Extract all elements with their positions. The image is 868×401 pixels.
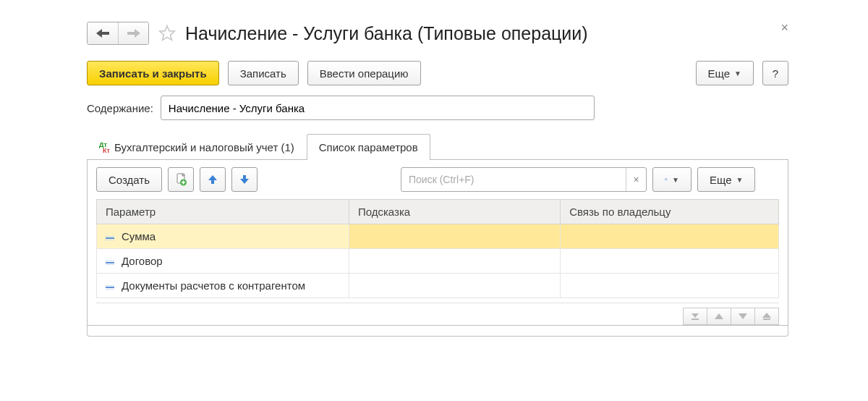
svg-rect-9 (106, 264, 114, 265)
tab-params[interactable]: Список параметров (307, 134, 430, 160)
help-button[interactable]: ? (762, 61, 788, 85)
col-param[interactable]: Параметр (97, 200, 349, 224)
params-table: Параметр Подсказка Связь по владельцу Су… (96, 199, 779, 298)
svg-point-2 (665, 178, 667, 180)
chevron-down-icon: ▼ (672, 176, 679, 184)
tab-accounting-label: Бухгалтерский и налоговый учет (1) (114, 141, 294, 153)
favorite-star-icon[interactable] (156, 22, 178, 44)
search-button[interactable]: ▼ (652, 167, 692, 192)
row-marker-icon (106, 261, 114, 263)
svg-rect-4 (106, 237, 114, 239)
row-marker-icon (106, 285, 114, 288)
row-marker-icon (106, 236, 114, 239)
cell-hint[interactable] (349, 249, 560, 274)
content-input[interactable] (161, 96, 595, 120)
svg-rect-10 (106, 287, 114, 288)
svg-rect-7 (106, 262, 114, 263)
cell-owner-link[interactable] (561, 249, 779, 274)
magnifier-icon (665, 174, 668, 185)
chevron-down-icon: ▼ (736, 176, 744, 184)
chevron-down-icon: ▼ (734, 69, 741, 77)
save-and-close-button[interactable]: Записать и закрыть (87, 61, 219, 85)
col-hint[interactable]: Подсказка (349, 200, 560, 224)
col-owner-link[interactable]: Связь по владельцу (561, 200, 779, 224)
cell-param[interactable]: Сумма (97, 224, 349, 249)
table-row[interactable]: Сумма (97, 224, 779, 249)
nav-last-icon[interactable] (754, 308, 779, 325)
add-copy-button[interactable] (168, 167, 194, 192)
close-icon[interactable]: × (780, 20, 788, 35)
svg-rect-12 (106, 289, 114, 290)
more-button[interactable]: Еще ▼ (696, 61, 754, 85)
create-button[interactable]: Создать (96, 167, 162, 192)
tab-accounting[interactable]: ДтКт Бухгалтерский и налоговый учет (1) (87, 134, 307, 160)
more-button-label: Еще (708, 67, 731, 80)
search-box: × (401, 167, 647, 192)
svg-rect-6 (106, 240, 114, 240)
move-up-button[interactable] (200, 167, 226, 192)
svg-rect-11 (106, 285, 114, 286)
search-clear-icon[interactable]: × (626, 168, 646, 191)
page-title: Начисление - Услуги банка (Типовые опера… (185, 23, 588, 44)
svg-line-3 (667, 180, 668, 181)
nav-down-icon[interactable] (731, 308, 755, 325)
nav-history (87, 22, 149, 45)
cell-owner-link[interactable] (561, 274, 779, 298)
enter-operation-button[interactable]: Ввести операцию (307, 61, 421, 85)
nav-up-icon[interactable] (707, 308, 731, 325)
cell-hint[interactable] (349, 224, 560, 249)
save-button[interactable]: Записать (228, 61, 299, 85)
inner-more-button[interactable]: Еще ▼ (697, 167, 755, 192)
move-down-button[interactable] (231, 167, 258, 192)
table-row[interactable]: Договор (97, 249, 779, 274)
dtkt-icon: ДтКт (99, 142, 110, 153)
cell-param[interactable]: Договор (97, 249, 349, 274)
svg-rect-8 (106, 261, 114, 261)
cell-owner-link[interactable] (561, 224, 779, 249)
inner-more-label: Еще (710, 174, 732, 186)
content-label: Содержание: (87, 102, 153, 114)
forward-button[interactable] (118, 22, 148, 44)
search-input[interactable] (401, 174, 626, 185)
svg-rect-5 (106, 236, 114, 237)
nav-first-icon[interactable] (683, 308, 707, 325)
cell-hint[interactable] (349, 274, 560, 298)
back-button[interactable] (88, 22, 118, 44)
table-row[interactable]: Документы расчетов с контрагентом (97, 274, 779, 298)
cell-param[interactable]: Документы расчетов с контрагентом (97, 274, 349, 298)
tab-params-label: Список параметров (319, 141, 418, 153)
table-nav (96, 303, 779, 325)
